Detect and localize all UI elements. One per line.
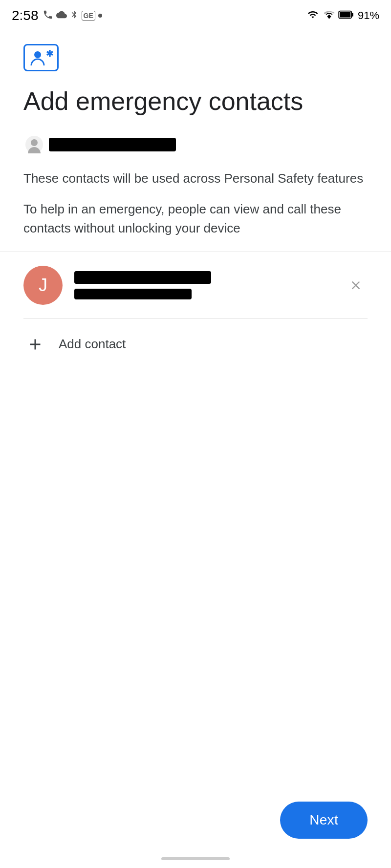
wifi-icon <box>306 9 320 22</box>
user-small-icon <box>25 136 43 153</box>
next-button[interactable]: Next <box>280 802 368 839</box>
contact-item: J <box>23 252 368 319</box>
app-icon-container: ✱ <box>23 44 368 71</box>
status-left: 2:58 GE <box>12 8 102 23</box>
contact-info <box>74 271 332 299</box>
cloud-icon <box>56 9 67 22</box>
contact-avatar: J <box>23 266 63 305</box>
add-contact-button[interactable]: Add contact <box>23 319 368 370</box>
phone-icon <box>43 9 53 22</box>
contact-avatar-letter: J <box>39 275 47 296</box>
battery-percent: 91% <box>358 9 379 22</box>
signal-icon <box>324 9 334 22</box>
user-name-blurred <box>49 138 176 151</box>
svg-point-3 <box>34 51 41 58</box>
svg-text:✱: ✱ <box>46 49 53 59</box>
contact-detail-blurred <box>74 289 192 299</box>
battery-icon <box>338 9 354 22</box>
status-icons: GE <box>43 9 102 22</box>
remove-contact-button[interactable] <box>344 274 368 297</box>
next-button-container: Next <box>280 802 368 839</box>
description: These contacts will be used across Perso… <box>23 169 368 238</box>
description-text-2: To help in an emergency, people can view… <box>23 200 368 238</box>
ge-badge-icon: GE <box>82 11 95 21</box>
bottom-divider <box>0 370 391 370</box>
status-right: 91% <box>306 9 379 22</box>
notification-dot <box>98 14 102 18</box>
svg-rect-2 <box>352 13 353 16</box>
status-bar: 2:58 GE <box>0 0 391 29</box>
bluetooth-icon <box>70 9 79 22</box>
emergency-contacts-app-icon: ✱ <box>23 44 59 71</box>
description-text-1: These contacts will be used across Perso… <box>23 169 368 188</box>
page-title: Add emergency contacts <box>23 87 368 116</box>
svg-point-6 <box>31 139 38 146</box>
contact-name-blurred <box>74 271 211 284</box>
status-time: 2:58 <box>12 8 39 23</box>
main-content: ✱ Add emergency contacts These contacts … <box>0 29 391 370</box>
contact-list: J Add contact <box>23 252 368 370</box>
add-icon <box>23 333 47 356</box>
add-contact-label: Add contact <box>59 337 126 352</box>
home-indicator <box>161 857 230 860</box>
svg-rect-1 <box>340 12 350 17</box>
user-header <box>23 136 368 153</box>
